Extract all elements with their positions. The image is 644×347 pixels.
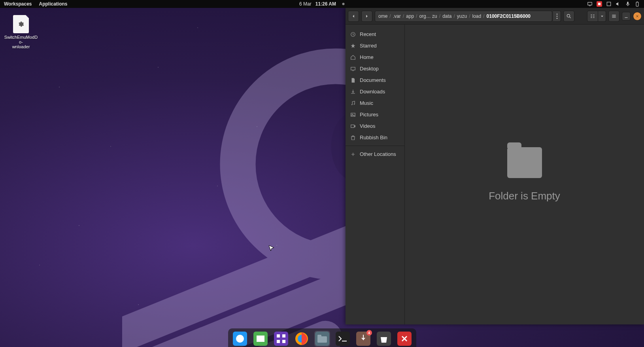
- view-mode-group: [587, 11, 606, 22]
- dock-app-3[interactable]: [273, 331, 289, 347]
- breadcrumb-path[interactable]: ome/ .var/ app/ org… zu/ data/ yuzu/ loa…: [375, 11, 552, 22]
- dock-app-update[interactable]: 4: [355, 331, 371, 347]
- minimize-button[interactable]: [622, 12, 631, 21]
- view-toggle-button[interactable]: [587, 11, 598, 22]
- screen-icon[interactable]: [587, 1, 593, 7]
- notification-dot-icon: [342, 3, 345, 5]
- svg-point-12: [556, 15, 557, 17]
- sidebar-label: Pictures: [360, 112, 378, 118]
- svg-rect-5: [637, 2, 638, 2]
- svg-point-34: [236, 335, 244, 343]
- file-manager-content[interactable]: Folder is Empty: [405, 25, 644, 324]
- svg-rect-18: [593, 14, 595, 15]
- crumb-5[interactable]: yuzu: [457, 13, 467, 19]
- sidebar-label: Starred: [360, 43, 377, 49]
- dock: 4: [228, 328, 416, 347]
- svg-rect-38: [277, 334, 280, 338]
- sidebar-item-documents[interactable]: Documents: [346, 74, 404, 86]
- svg-rect-26: [351, 67, 355, 70]
- svg-rect-2: [598, 3, 601, 5]
- svg-rect-0: [588, 2, 592, 5]
- desktop-shortcut-switchemu[interactable]: SwitchEmuModDo- wnloader: [3, 15, 39, 49]
- svg-rect-23: [612, 17, 616, 17]
- microphone-icon[interactable]: [625, 1, 631, 7]
- applications-menu[interactable]: Applications: [39, 1, 67, 7]
- view-dropdown-button[interactable]: [598, 11, 606, 22]
- svg-rect-46: [317, 335, 321, 337]
- svg-rect-24: [625, 17, 628, 17]
- svg-rect-20: [593, 17, 595, 17]
- sidebar-item-pictures[interactable]: Pictures: [346, 109, 404, 120]
- svg-rect-37: [274, 332, 288, 346]
- dock-app-terminal[interactable]: [335, 331, 351, 347]
- desktop-icon-label: SwitchEmuModDo- wnloader: [3, 35, 39, 49]
- svg-rect-15: [591, 14, 592, 15]
- sidebar-label: Downloads: [360, 89, 385, 95]
- dock-app-2[interactable]: [253, 331, 268, 347]
- svg-rect-21: [612, 15, 616, 15]
- sidebar-label: Videos: [360, 123, 376, 129]
- sidebar-divider: [346, 146, 404, 146]
- svg-rect-36: [257, 336, 264, 342]
- nav-forward-button[interactable]: [361, 11, 372, 22]
- sidebar-item-music[interactable]: Music: [346, 97, 404, 109]
- svg-rect-22: [612, 16, 616, 16]
- sidebar-item-downloads[interactable]: Downloads: [346, 86, 404, 97]
- svg-point-11: [556, 13, 557, 15]
- window-icon[interactable]: [606, 1, 612, 7]
- empty-folder-icon: [507, 147, 542, 178]
- sidebar-item-rubbish[interactable]: Rubbish Bin: [346, 132, 404, 143]
- battery-icon[interactable]: [635, 1, 640, 7]
- dock-app-9[interactable]: [397, 331, 412, 347]
- svg-rect-39: [282, 334, 285, 338]
- svg-rect-16: [591, 16, 592, 16]
- crumb-0[interactable]: ome: [378, 13, 387, 19]
- crumb-6[interactable]: load: [472, 13, 482, 19]
- hamburger-menu-button[interactable]: [608, 11, 619, 22]
- svg-rect-17: [591, 17, 592, 17]
- empty-folder-text: Folder is Empty: [489, 190, 560, 202]
- workspaces-menu[interactable]: Workspaces: [4, 1, 32, 7]
- path-menu-button[interactable]: [553, 11, 561, 22]
- crumb-1[interactable]: .var: [393, 13, 401, 19]
- svg-rect-32: [351, 125, 354, 127]
- sidebar-item-desktop[interactable]: Desktop: [346, 63, 404, 74]
- sidebar-item-starred[interactable]: Starred: [346, 40, 404, 51]
- svg-rect-1: [589, 6, 591, 6]
- svg-rect-27: [352, 70, 354, 71]
- sidebar-item-videos[interactable]: Videos: [346, 120, 404, 132]
- sidebar-item-recent[interactable]: Recent: [346, 28, 404, 40]
- dock-app-firefox[interactable]: [294, 331, 310, 347]
- close-button[interactable]: [633, 12, 642, 21]
- svg-point-13: [556, 17, 557, 19]
- file-manager-window: ome/ .var/ app/ org… zu/ data/ yuzu/ loa…: [346, 8, 644, 324]
- nav-back-button[interactable]: [348, 11, 359, 22]
- panel-center-clock[interactable]: 6 Mar 11:26 AM: [299, 1, 345, 7]
- sidebar-label: Music: [360, 100, 373, 106]
- sidebar-item-home[interactable]: Home: [346, 51, 404, 63]
- svg-rect-3: [607, 2, 610, 6]
- sidebar-label: Documents: [360, 77, 386, 83]
- dock-app-files[interactable]: [314, 331, 330, 347]
- svg-rect-40: [277, 340, 280, 343]
- crumb-3[interactable]: org… zu: [419, 13, 437, 19]
- dock-app-store[interactable]: [376, 331, 392, 347]
- search-button[interactable]: [563, 11, 574, 22]
- dock-app-1[interactable]: [232, 331, 248, 347]
- panel-left: Workspaces Applications: [0, 1, 68, 7]
- svg-point-14: [567, 14, 570, 17]
- svg-rect-19: [593, 16, 595, 16]
- panel-right-tray: [587, 1, 644, 7]
- sidebar-label: Rubbish Bin: [360, 135, 387, 140]
- crumb-7[interactable]: 0100F2C0115B6000: [487, 13, 531, 19]
- sidebar-label: Home: [360, 54, 374, 60]
- top-panel: Workspaces Applications 6 Mar 11:26 AM: [0, 0, 644, 8]
- crumb-4[interactable]: data: [442, 13, 451, 19]
- svg-point-29: [354, 104, 355, 104]
- crumb-2[interactable]: app: [406, 13, 414, 19]
- volume-icon[interactable]: [616, 1, 621, 7]
- sidebar-item-other-locations[interactable]: Other Locations: [346, 148, 404, 160]
- file-manager-titlebar[interactable]: ome/ .var/ app/ org… zu/ data/ yuzu/ loa…: [346, 8, 644, 25]
- record-icon[interactable]: [597, 1, 602, 7]
- panel-time: 11:26 AM: [315, 1, 336, 7]
